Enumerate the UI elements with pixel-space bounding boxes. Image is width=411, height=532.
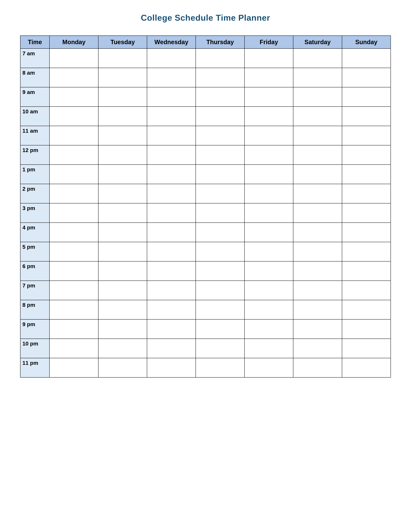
cell-wednesday-8[interactable] (147, 203, 196, 223)
cell-thursday-12[interactable] (196, 281, 244, 300)
cell-monday-5[interactable] (49, 145, 98, 165)
cell-saturday-3[interactable] (293, 106, 342, 126)
cell-saturday-2[interactable] (293, 87, 342, 106)
cell-wednesday-16[interactable] (147, 358, 196, 377)
cell-wednesday-10[interactable] (147, 242, 196, 261)
cell-wednesday-6[interactable] (147, 165, 196, 184)
cell-monday-15[interactable] (49, 339, 98, 358)
cell-thursday-4[interactable] (196, 126, 244, 145)
cell-saturday-14[interactable] (293, 319, 342, 339)
cell-tuesday-9[interactable] (98, 223, 147, 242)
cell-saturday-12[interactable] (293, 281, 342, 300)
cell-wednesday-15[interactable] (147, 339, 196, 358)
cell-friday-13[interactable] (244, 300, 293, 319)
cell-wednesday-13[interactable] (147, 300, 196, 319)
cell-wednesday-9[interactable] (147, 223, 196, 242)
cell-sunday-0[interactable] (342, 48, 391, 68)
cell-sunday-10[interactable] (342, 242, 391, 261)
cell-friday-12[interactable] (244, 281, 293, 300)
cell-tuesday-5[interactable] (98, 145, 147, 165)
cell-saturday-6[interactable] (293, 165, 342, 184)
cell-thursday-6[interactable] (196, 165, 244, 184)
cell-sunday-16[interactable] (342, 358, 391, 377)
cell-sunday-3[interactable] (342, 106, 391, 126)
cell-saturday-11[interactable] (293, 261, 342, 281)
cell-saturday-9[interactable] (293, 223, 342, 242)
cell-monday-1[interactable] (49, 68, 98, 87)
cell-thursday-1[interactable] (196, 68, 244, 87)
cell-friday-7[interactable] (244, 184, 293, 203)
cell-wednesday-11[interactable] (147, 261, 196, 281)
cell-tuesday-0[interactable] (98, 48, 147, 68)
cell-tuesday-15[interactable] (98, 339, 147, 358)
cell-wednesday-7[interactable] (147, 184, 196, 203)
cell-monday-14[interactable] (49, 319, 98, 339)
cell-tuesday-7[interactable] (98, 184, 147, 203)
cell-saturday-16[interactable] (293, 358, 342, 377)
cell-monday-2[interactable] (49, 87, 98, 106)
cell-sunday-7[interactable] (342, 184, 391, 203)
cell-saturday-8[interactable] (293, 203, 342, 223)
cell-friday-15[interactable] (244, 339, 293, 358)
cell-friday-10[interactable] (244, 242, 293, 261)
cell-saturday-5[interactable] (293, 145, 342, 165)
cell-tuesday-4[interactable] (98, 126, 147, 145)
cell-thursday-15[interactable] (196, 339, 244, 358)
cell-wednesday-0[interactable] (147, 48, 196, 68)
cell-sunday-5[interactable] (342, 145, 391, 165)
cell-tuesday-2[interactable] (98, 87, 147, 106)
cell-tuesday-12[interactable] (98, 281, 147, 300)
cell-tuesday-8[interactable] (98, 203, 147, 223)
cell-thursday-0[interactable] (196, 48, 244, 68)
cell-friday-8[interactable] (244, 203, 293, 223)
cell-monday-3[interactable] (49, 106, 98, 126)
cell-sunday-11[interactable] (342, 261, 391, 281)
cell-wednesday-3[interactable] (147, 106, 196, 126)
cell-monday-7[interactable] (49, 184, 98, 203)
cell-saturday-13[interactable] (293, 300, 342, 319)
cell-friday-3[interactable] (244, 106, 293, 126)
cell-wednesday-4[interactable] (147, 126, 196, 145)
cell-tuesday-16[interactable] (98, 358, 147, 377)
cell-saturday-0[interactable] (293, 48, 342, 68)
cell-monday-4[interactable] (49, 126, 98, 145)
cell-tuesday-6[interactable] (98, 165, 147, 184)
cell-monday-8[interactable] (49, 203, 98, 223)
cell-friday-0[interactable] (244, 48, 293, 68)
cell-sunday-13[interactable] (342, 300, 391, 319)
cell-friday-6[interactable] (244, 165, 293, 184)
cell-sunday-8[interactable] (342, 203, 391, 223)
cell-monday-11[interactable] (49, 261, 98, 281)
cell-monday-0[interactable] (49, 48, 98, 68)
cell-thursday-7[interactable] (196, 184, 244, 203)
cell-sunday-14[interactable] (342, 319, 391, 339)
cell-wednesday-1[interactable] (147, 68, 196, 87)
cell-wednesday-14[interactable] (147, 319, 196, 339)
cell-saturday-4[interactable] (293, 126, 342, 145)
cell-wednesday-5[interactable] (147, 145, 196, 165)
cell-monday-10[interactable] (49, 242, 98, 261)
cell-thursday-9[interactable] (196, 223, 244, 242)
cell-monday-6[interactable] (49, 165, 98, 184)
cell-thursday-10[interactable] (196, 242, 244, 261)
cell-sunday-4[interactable] (342, 126, 391, 145)
cell-tuesday-14[interactable] (98, 319, 147, 339)
cell-friday-14[interactable] (244, 319, 293, 339)
cell-saturday-10[interactable] (293, 242, 342, 261)
cell-sunday-12[interactable] (342, 281, 391, 300)
cell-friday-1[interactable] (244, 68, 293, 87)
cell-thursday-13[interactable] (196, 300, 244, 319)
cell-friday-5[interactable] (244, 145, 293, 165)
cell-tuesday-11[interactable] (98, 261, 147, 281)
cell-monday-16[interactable] (49, 358, 98, 377)
cell-sunday-6[interactable] (342, 165, 391, 184)
cell-monday-9[interactable] (49, 223, 98, 242)
cell-monday-12[interactable] (49, 281, 98, 300)
cell-sunday-2[interactable] (342, 87, 391, 106)
cell-saturday-1[interactable] (293, 68, 342, 87)
cell-friday-16[interactable] (244, 358, 293, 377)
cell-thursday-14[interactable] (196, 319, 244, 339)
cell-tuesday-13[interactable] (98, 300, 147, 319)
cell-sunday-1[interactable] (342, 68, 391, 87)
cell-thursday-3[interactable] (196, 106, 244, 126)
